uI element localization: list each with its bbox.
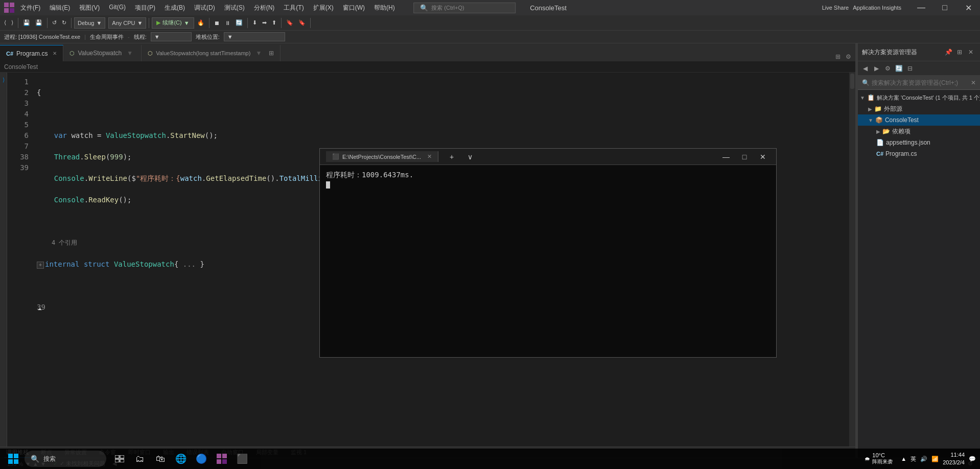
taskbar-network-icon[interactable]: 📶 (931, 456, 939, 462)
toolbar-bookmark-btn[interactable]: 🔖 (284, 18, 295, 27)
live-share-label[interactable]: Live Share (822, 5, 849, 11)
toolbar-bookmark2-btn[interactable]: 🔖 (296, 18, 308, 27)
taskbar-up-icon[interactable]: ▲ (901, 456, 906, 462)
menu-extend[interactable]: 扩展(X) (309, 2, 338, 14)
taskbar-right-area: 🌧 10°C 阵雨来袭 ▲ 英 🔊 📶 11:44 2023/2/4 💬 (865, 451, 976, 467)
tab-valuestopwatch[interactable]: ⬡ ValueStopwatch ▼ (63, 45, 142, 61)
taskbar-search-icon: 🔍 (31, 455, 39, 463)
console-dropdown-btn[interactable]: ∨ (463, 150, 477, 164)
tab-close-program-cs[interactable]: ✕ (53, 51, 57, 56)
tab-program-cs[interactable]: C# Program.cs ✕ (0, 45, 63, 61)
tree-item-appsettings[interactable]: 📄 appsettings.json (858, 137, 980, 148)
panel-close-icon[interactable]: ✕ (966, 47, 976, 57)
menu-tools[interactable]: 工具(T) (279, 2, 308, 14)
solution-explorer-search-input[interactable] (872, 79, 969, 86)
taskbar-clock[interactable]: 11:44 2023/2/4 (943, 451, 965, 467)
menu-debug[interactable]: 调试(D) (190, 2, 219, 14)
maximize-button[interactable]: □ (933, 0, 956, 15)
taskbar-windows-btn[interactable] (4, 450, 22, 468)
minimize-button[interactable]: — (909, 0, 933, 15)
app-insights-label[interactable]: Application Insights (853, 5, 901, 11)
toolbar-undo-btn[interactable]: ↺ (50, 18, 59, 27)
tab-expand-icon[interactable]: ⊞ (269, 50, 274, 57)
cpu-dropdown[interactable]: Any CPU ▼ (108, 17, 146, 29)
taskbar-terminal-btn[interactable]: ⬛ (233, 450, 251, 468)
search-clear-icon[interactable]: ✕ (971, 79, 976, 86)
location-dropdown[interactable]: ▼ (224, 32, 285, 41)
taskbar-search-bar[interactable]: 🔍 搜索 (25, 451, 106, 467)
taskbar-chrome-btn[interactable]: 🔵 (192, 450, 211, 468)
toolbar-sep-1 (18, 18, 18, 28)
menu-edit[interactable]: 编辑(E) (45, 2, 74, 14)
toolbar-stepout-btn[interactable]: ⬆ (270, 18, 278, 27)
left-indicator-gutter: ⟩ (0, 73, 7, 447)
tree-item-programcs[interactable]: C# Program.cs (858, 148, 980, 159)
toolbar-save-btn[interactable]: 💾 (21, 18, 32, 27)
toolbar-btn2[interactable]: ⏸ (223, 19, 232, 27)
svg-rect-13 (222, 454, 227, 458)
panel-maximize-icon[interactable]: ⊞ (954, 47, 965, 57)
taskbar-store-btn[interactable]: 🛍 (151, 450, 170, 468)
taskbar-notification-icon[interactable]: 💬 (969, 456, 976, 462)
continue-run-button[interactable]: ▶ 续继(C) ▼ (152, 17, 194, 29)
toolbar-fire-btn[interactable]: 🔥 (195, 18, 206, 27)
tree-item-external[interactable]: ▶ 📁 外部源 (858, 103, 980, 114)
tree-item-solution[interactable]: ▼ 📋 解决方案 'ConsoleTest' (1 个项目, 共 1 个) (858, 92, 980, 103)
panel-settings-icon[interactable]: ⚙ (844, 52, 853, 61)
svg-rect-10 (115, 459, 119, 462)
se-filter-btn[interactable]: ⊟ (905, 63, 915, 74)
toolbar-back-btn[interactable]: ⟨ (2, 18, 8, 27)
toolbar-saveall-btn[interactable]: 💾 (33, 18, 44, 27)
thread-dropdown[interactable]: ▼ (151, 32, 192, 41)
menu-help[interactable]: 帮助(H) (370, 2, 399, 14)
search-placeholder[interactable]: 搜索 (Ctrl+Q) (431, 4, 464, 12)
close-button[interactable]: ✕ (956, 0, 980, 15)
se-forward-btn[interactable]: ▶ (871, 63, 881, 74)
toolbar-step-btn[interactable]: ⬇ (250, 18, 259, 27)
console-tab-close[interactable]: ✕ (427, 153, 432, 160)
weather-icon: 🌧 (865, 456, 870, 462)
taskbar-taskview-btn[interactable] (110, 450, 129, 468)
console-maximize-btn[interactable]: □ (737, 150, 752, 164)
menu-file[interactable]: 文件(F) (16, 2, 44, 14)
taskbar-language[interactable]: 英 (911, 455, 916, 463)
taskbar-edge-btn[interactable]: 🌐 (172, 450, 190, 468)
toolbar-stepover-btn[interactable]: ➡ (260, 18, 269, 27)
toolbar-sep-5 (209, 18, 209, 28)
console-minimize-btn[interactable]: — (719, 150, 733, 164)
console-tab-main[interactable]: ⬛ E:\NetProjects\ConsoleTest\C... ✕ (326, 151, 438, 162)
menu-git[interactable]: Git(G) (105, 2, 130, 14)
panel-pin-icon[interactable]: 📌 (943, 47, 953, 57)
toolbar-btn1[interactable]: ⏹ (212, 19, 222, 27)
editor-scrollbar[interactable] (849, 73, 855, 447)
tab-valuestopwatch-method[interactable]: ⬡ ValueStopwatch(long startTimestamp) ▼ … (142, 45, 281, 61)
menu-analyze[interactable]: 分析(N) (250, 2, 279, 14)
menu-window[interactable]: 窗口(W) (339, 2, 369, 14)
project-label: ConsoleTest (885, 116, 919, 124)
external-label: 外部源 (884, 105, 902, 113)
debug-mode-dropdown[interactable]: Debug ▼ (74, 17, 105, 29)
taskbar-volume-icon[interactable]: 🔊 (920, 456, 927, 462)
console-close-btn[interactable]: ✕ (756, 150, 770, 164)
taskbar-vs-btn[interactable] (213, 450, 231, 468)
collapse-struct-btn[interactable]: + (37, 262, 44, 269)
se-back-btn[interactable]: ◀ (860, 63, 870, 74)
process-label: 进程: [10936] ConsoleTest.exe (4, 33, 80, 41)
toolbar-btn3[interactable]: 🔄 (234, 18, 245, 27)
search-icon: 🔍 (420, 4, 428, 12)
toolbar-redo-btn[interactable]: ↻ (60, 18, 68, 27)
menu-test[interactable]: 测试(S) (220, 2, 249, 14)
se-properties-btn[interactable]: ⚙ (882, 63, 893, 74)
console-add-tab-btn[interactable]: + (445, 150, 459, 164)
split-icon[interactable]: ⊞ (833, 52, 843, 61)
tree-item-dependencies[interactable]: ▶ 📂 依赖项 (858, 126, 980, 137)
svg-rect-4 (8, 454, 13, 458)
line-numbers: 1 2 3 4 5 6 7 8 38 39 (7, 73, 33, 447)
menu-project[interactable]: 项目(P) (131, 2, 159, 14)
toolbar-forward-btn[interactable]: ⟩ (9, 18, 15, 27)
menu-build[interactable]: 生成(B) (160, 2, 189, 14)
tree-item-consoletest[interactable]: ▼ 📦 ConsoleTest (858, 114, 980, 126)
menu-view[interactable]: 视图(V) (75, 2, 104, 14)
taskbar-explorer-btn[interactable]: 🗂 (131, 450, 149, 468)
se-refresh-btn[interactable]: 🔄 (894, 63, 904, 74)
